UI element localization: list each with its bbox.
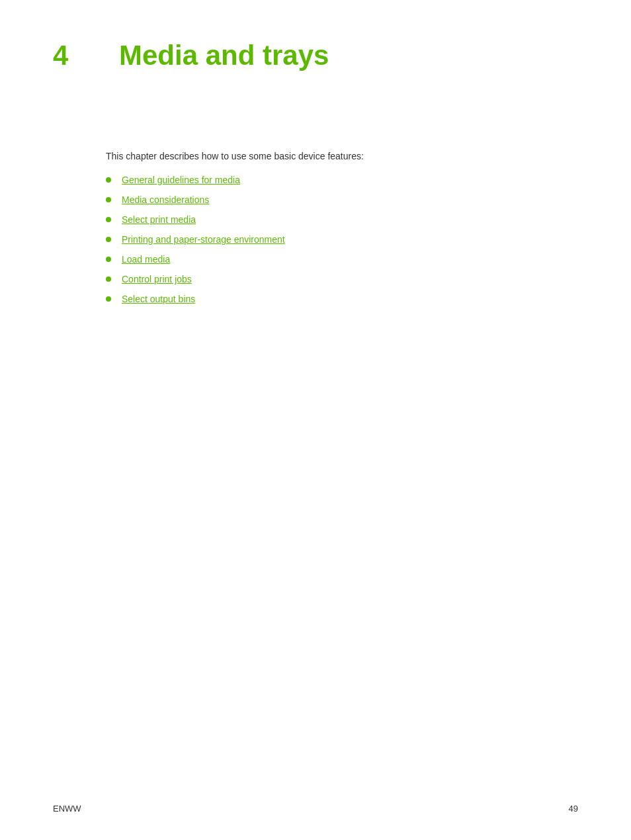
toc-list: General guidelines for mediaMedia consid…: [106, 175, 578, 304]
toc-link-general-guidelines[interactable]: General guidelines for media: [122, 175, 240, 185]
list-item: General guidelines for media: [106, 175, 578, 185]
chapter-title: Media and trays: [119, 40, 329, 71]
toc-link-printing-paper-storage[interactable]: Printing and paper-storage environment: [122, 234, 285, 245]
page-container: 4 Media and trays This chapter describes…: [0, 0, 631, 840]
chapter-intro: This chapter describes how to use some b…: [106, 151, 578, 161]
list-item: Media considerations: [106, 194, 578, 205]
bullet-icon: [106, 296, 111, 302]
toc-link-load-media[interactable]: Load media: [122, 254, 170, 265]
bullet-icon: [106, 177, 111, 183]
bullet-icon: [106, 276, 111, 282]
bullet-icon: [106, 217, 111, 222]
toc-link-media-considerations[interactable]: Media considerations: [122, 194, 209, 205]
toc-link-control-print-jobs[interactable]: Control print jobs: [122, 274, 192, 284]
footer-left-label: ENWW: [53, 804, 81, 814]
page-footer: ENWW 49: [53, 804, 578, 814]
bullet-icon: [106, 257, 111, 262]
footer-page-number: 49: [569, 804, 578, 814]
list-item: Select output bins: [106, 294, 578, 304]
bullet-icon: [106, 237, 111, 242]
chapter-number: 4: [53, 40, 93, 71]
chapter-header: 4 Media and trays: [53, 40, 578, 71]
list-item: Load media: [106, 254, 578, 265]
list-item: Select print media: [106, 214, 578, 225]
bullet-icon: [106, 197, 111, 202]
toc-link-select-print-media[interactable]: Select print media: [122, 214, 196, 225]
list-item: Control print jobs: [106, 274, 578, 284]
list-item: Printing and paper-storage environment: [106, 234, 578, 245]
toc-link-select-output-bins[interactable]: Select output bins: [122, 294, 195, 304]
